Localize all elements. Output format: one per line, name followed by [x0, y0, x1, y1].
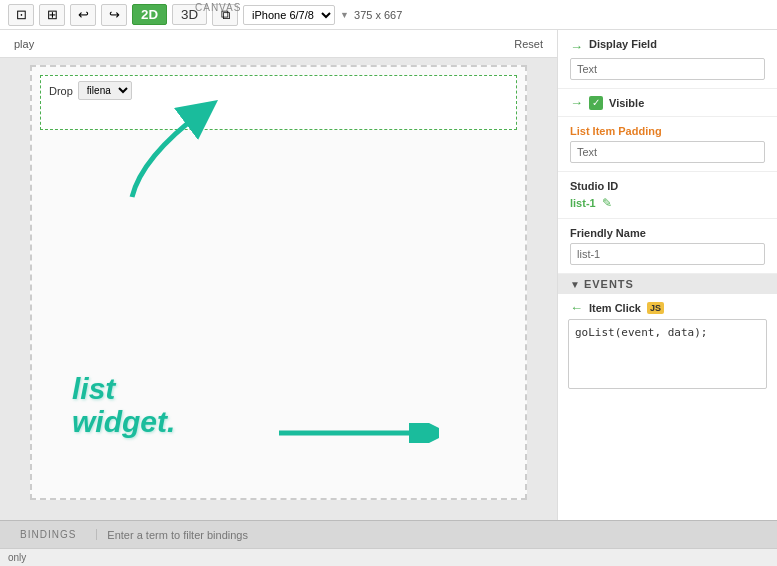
undo-btn[interactable]: ↩ [70, 4, 96, 26]
page-icon-btn[interactable]: ⊡ [8, 4, 34, 26]
filter-bindings-input[interactable] [97, 529, 777, 541]
2d-btn[interactable]: 2D [132, 4, 167, 25]
display-field-arrow-icon: → [570, 39, 583, 54]
event-code-text: goList(event, data); [575, 326, 707, 339]
edit-icon[interactable]: ✎ [602, 196, 612, 210]
display-field-row: → Display Field [570, 38, 765, 54]
canvas-area: play Reset Drop filena list widget. [0, 30, 557, 520]
chevron-down-icon: ▼ [340, 10, 349, 20]
studio-id-row: list-1 ✎ [570, 196, 765, 210]
event-code-editor[interactable]: goList(event, data); [568, 319, 767, 389]
right-panel: → Display Field Text → Visible List Item… [557, 30, 777, 520]
bindings-label: BINDINGS [0, 529, 97, 540]
only-label: only [8, 552, 26, 563]
studio-id-value: list-1 [570, 197, 596, 209]
events-section-header: ▼ EVENTS [558, 274, 777, 294]
play-label[interactable]: play [14, 38, 34, 50]
events-chevron-icon: ▼ [570, 279, 580, 290]
visible-checkbox[interactable] [589, 96, 603, 110]
friendly-name-label: Friendly Name [570, 227, 765, 239]
dimensions-label: 375 x 667 [354, 9, 402, 21]
drop-label: Drop [49, 85, 73, 97]
friendly-name-section: Friendly Name list-1 [558, 219, 777, 274]
bottom-bar: BINDINGS [0, 520, 777, 548]
top-toolbar: CANVAS ⊡ ⊞ ↩ ↪ 2D 3D ⧉ iPhone 6/7/8 ▼ 37… [0, 0, 777, 30]
item-click-arrow-icon: ← [570, 300, 583, 315]
list-item-padding-input[interactable]: Text [570, 141, 765, 163]
status-bar: only [0, 548, 777, 566]
play-reset-bar: play Reset [0, 30, 557, 58]
list-widget-annotation: list widget. [72, 372, 175, 438]
layers-icon-btn[interactable]: ⊞ [39, 4, 65, 26]
device-selector[interactable]: iPhone 6/7/8 [243, 5, 335, 25]
studio-id-section: Studio ID list-1 ✎ [558, 172, 777, 219]
widget-container: Drop filena list widget. [30, 65, 527, 500]
teal-arrow-right-annotation [279, 423, 439, 443]
redo-btn[interactable]: ↪ [101, 4, 127, 26]
reset-label[interactable]: Reset [514, 38, 543, 50]
display-field-section: → Display Field Text [558, 30, 777, 89]
visible-label: Visible [609, 97, 644, 109]
teal-arrow-annotation [112, 97, 232, 207]
visible-section: → Visible [558, 89, 777, 117]
display-field-input[interactable]: Text [570, 58, 765, 80]
item-click-row: ← Item Click JS [558, 294, 777, 319]
canvas-label: CANVAS [195, 2, 241, 13]
events-label: EVENTS [584, 278, 634, 290]
list-item-padding-label: List Item Padding [570, 125, 765, 137]
visible-arrow-icon: → [570, 95, 583, 110]
friendly-name-input[interactable]: list-1 [570, 243, 765, 265]
js-badge: JS [647, 302, 664, 314]
display-field-label: Display Field [589, 38, 657, 50]
list-item-padding-section: List Item Padding Text [558, 117, 777, 172]
item-click-label: Item Click [589, 302, 641, 314]
studio-id-label: Studio ID [570, 180, 765, 192]
